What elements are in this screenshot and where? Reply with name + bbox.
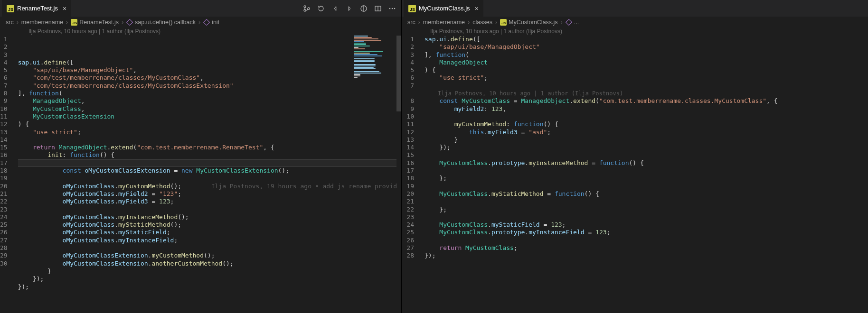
code-line[interactable]	[425, 113, 868, 120]
code-line[interactable]: oMyCustomClass.myCustomMethod(); Ilja Po…	[18, 183, 401, 190]
svg-point-6	[392, 8, 393, 9]
code-line[interactable]	[425, 82, 868, 90]
code-line[interactable]: "com/test/memberrename/classes/MyCustomC…	[18, 74, 401, 82]
toggle-icon[interactable]	[359, 4, 368, 13]
code-line[interactable]: "sap/ui/base/ManagedObject",	[18, 66, 401, 74]
prev-icon[interactable]	[331, 4, 340, 13]
code-line[interactable]: ManagedObject	[425, 59, 868, 66]
breadcrumb-label: sap.ui.define() callback	[135, 19, 196, 26]
code-line[interactable]: sap.ui.define([	[18, 59, 401, 66]
code-line[interactable]: oMyCustomClass.myStaticField;	[18, 229, 401, 236]
breadcrumbs-right[interactable]: src›memberrename›classes›JSMyCustomClass…	[402, 17, 868, 27]
breadcrumbs-left[interactable]: src›memberrename›JSRenameTest.js›sap.ui.…	[0, 17, 401, 27]
split-editor-icon[interactable]	[374, 4, 382, 13]
code-line[interactable]: const oMyCustomClassExtension = new MyCu…	[18, 167, 401, 175]
inline-blame: Ilja Postnovs, 19 hours ago • add js ren…	[181, 183, 401, 190]
code-line[interactable]	[18, 175, 401, 182]
code-line[interactable]: const MyCustomClass = ManagedObject.exte…	[425, 97, 868, 105]
breadcrumb-item[interactable]: ...	[566, 19, 579, 26]
code-line[interactable]	[425, 167, 868, 175]
code-line[interactable]: "com/test/memberrename/classes/MyCustomC…	[18, 82, 401, 90]
code-line[interactable]: oMyCustomClass.myField2 = "123";	[18, 190, 401, 198]
code-line[interactable]: };	[425, 206, 868, 213]
code-line[interactable]	[425, 151, 868, 159]
code-line[interactable]: MyCustomClassExtension	[18, 113, 401, 120]
code-line[interactable]: this.myField3 = "asd";	[425, 129, 868, 136]
chevron-right-icon: ›	[17, 19, 19, 26]
breadcrumb-item[interactable]: src	[6, 19, 14, 26]
editor-toolbar	[298, 0, 401, 17]
breadcrumb-item[interactable]: memberrename	[21, 19, 63, 26]
code-line[interactable]	[18, 206, 401, 213]
code-line[interactable]: ], function(	[18, 90, 401, 97]
code-line[interactable]: };	[425, 175, 868, 182]
breadcrumb-item[interactable]: sap.ui.define() callback	[126, 19, 196, 26]
code-line[interactable]: MyCustomClass.myStaticMethod = function(…	[425, 190, 868, 198]
code-line[interactable]: myCustomMethod: function() {	[425, 120, 868, 128]
code-area-right[interactable]: 1234567891011121314151617181920212223242…	[402, 36, 868, 313]
code-line[interactable]: MyCustomClass.myStaticField = 123;	[425, 221, 868, 229]
code-line[interactable]: myField2: 123,	[425, 105, 868, 113]
code-line[interactable]: oMyCustomClassExtension.myCustomMethod()…	[18, 252, 401, 259]
code-line[interactable]: "sap/ui/base/ManagedObject"	[425, 43, 868, 51]
author-line-right: Ilja Postnovs, 10 hours ago | 1 author (…	[402, 27, 868, 36]
code-line[interactable]: return ManagedObject.extend("com.test.me…	[18, 144, 401, 151]
code-line[interactable]: ], function(	[425, 51, 868, 59]
code-line[interactable]: });	[18, 275, 401, 283]
breadcrumb-item[interactable]: JSRenameTest.js	[71, 19, 119, 26]
code-line[interactable]: return MyCustomClass;	[425, 244, 868, 252]
gutter-right: 1234567891011121314151617181920212223242…	[402, 36, 425, 313]
code-line[interactable]: });	[425, 144, 868, 151]
breadcrumb-item[interactable]: src	[407, 19, 415, 26]
code-line[interactable]	[18, 244, 401, 252]
code-line[interactable]: "use strict";	[425, 74, 868, 82]
breadcrumb-item[interactable]: JSMyCustomClass.js	[500, 19, 558, 26]
code-line[interactable]: ) {	[18, 120, 401, 128]
code-line[interactable]: oMyCustomClass.myInstanceMethod();	[18, 213, 401, 221]
code-line[interactable]: MyCustomClass.prototype.myInstanceField …	[425, 229, 868, 236]
more-icon[interactable]	[388, 4, 396, 13]
code-area-left[interactable]: 1234567891011121314151617181920212223242…	[0, 36, 401, 313]
scrollbar-left[interactable]	[396, 36, 401, 313]
code-line[interactable]: oMyCustomClassExtension.anotherCustomMet…	[18, 260, 401, 267]
code-line[interactable]: MyCustomClass.prototype.myInstanceMethod…	[425, 159, 868, 167]
code-line[interactable]: "use strict";	[18, 129, 401, 136]
breadcrumb-item[interactable]: memberrename	[423, 19, 465, 26]
editor-pane-left: JS RenameTest.js ×	[0, 0, 402, 313]
js-icon: JS	[408, 5, 416, 12]
revert-icon[interactable]	[317, 4, 325, 13]
code-line[interactable]	[425, 198, 868, 205]
code-line[interactable]: }	[18, 267, 401, 275]
code-line[interactable]: MyCustomClass,	[18, 105, 401, 113]
code-line[interactable]: ManagedObject,	[18, 97, 401, 105]
breadcrumb-label: ...	[574, 19, 579, 26]
code-line[interactable]: ) {	[425, 66, 868, 74]
close-icon[interactable]: ×	[63, 5, 66, 12]
tab-rename-test[interactable]: JS RenameTest.js ×	[2, 0, 72, 17]
breadcrumb-label: memberrename	[423, 19, 465, 26]
code-line[interactable]: });	[18, 283, 401, 291]
js-icon: JS	[7, 5, 14, 12]
breadcrumb-item[interactable]: init	[203, 19, 219, 26]
code-lines-right[interactable]: sap.ui.define([ "sap/ui/base/ManagedObje…	[425, 36, 868, 313]
code-line[interactable]: const oMyCustomClass = new MyCustomClass…	[18, 159, 401, 167]
code-lines-left[interactable]: sap.ui.define([ "sap/ui/base/ManagedObje…	[18, 36, 401, 313]
code-line[interactable]: init: function() {	[18, 151, 401, 159]
code-line[interactable]: sap.ui.define([	[425, 36, 868, 43]
code-line[interactable]: }	[425, 136, 868, 144]
code-line[interactable]	[425, 183, 868, 190]
svg-point-0	[304, 6, 306, 8]
code-line[interactable]: oMyCustomClass.myStaticMethod();	[18, 221, 401, 229]
code-line[interactable]	[425, 237, 868, 244]
code-line[interactable]: oMyCustomClass.myInstanceField;	[18, 237, 401, 244]
code-line[interactable]	[18, 136, 401, 144]
tab-my-custom-class[interactable]: JS MyCustomClass.js ×	[404, 0, 484, 17]
breadcrumb-item[interactable]: classes	[472, 19, 492, 26]
source-control-icon[interactable]	[302, 4, 311, 13]
close-icon[interactable]: ×	[475, 5, 479, 12]
code-line[interactable]	[425, 213, 868, 221]
next-icon[interactable]	[345, 4, 354, 13]
method-icon	[126, 19, 133, 26]
code-line[interactable]: });	[425, 252, 868, 259]
code-line[interactable]: oMyCustomClass.myField3 = 123;	[18, 198, 401, 205]
